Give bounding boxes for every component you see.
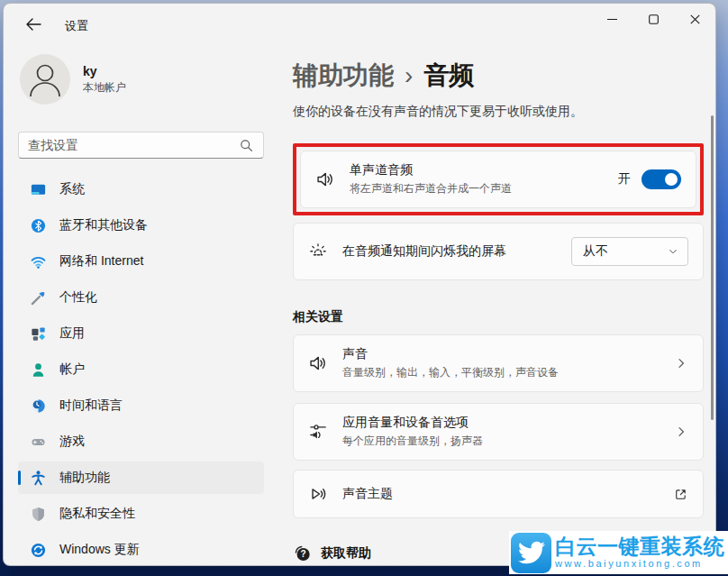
- app-volume-title: 应用音量和设备首选项: [342, 415, 674, 431]
- sidebar-item-label: 隐私和安全性: [59, 506, 135, 522]
- toggle-state-label: 开: [618, 171, 631, 187]
- network-icon: [29, 252, 47, 270]
- mono-audio-subtitle: 将左声道和右声道合并成一个声道: [350, 181, 618, 197]
- sidebar-item-time-language[interactable]: 时间和语言: [18, 389, 264, 422]
- chevron-right-icon: [674, 356, 688, 370]
- sidebar-item-gaming[interactable]: 游戏: [18, 425, 264, 458]
- watermark-url: www.baiyunxitong.com: [555, 559, 724, 569]
- toggle-knob: [665, 173, 678, 186]
- person-icon: [20, 54, 70, 105]
- related-settings-header: 相关设置: [293, 309, 704, 325]
- minimize-button[interactable]: [591, 4, 632, 34]
- sidebar-item-windows-update[interactable]: Windows 更新: [18, 534, 264, 566]
- sidebar-item-privacy[interactable]: 隐私和安全性: [18, 498, 264, 530]
- user-account[interactable]: ky 本地帐户: [20, 54, 262, 105]
- dropdown-value: 从不: [583, 243, 608, 260]
- sidebar-item-network[interactable]: 网络和 Internet: [18, 245, 264, 278]
- main-panel: 辅助功能›音频 使你的设备在没有声音的情况下更易于收听或使用。 单声道音频 将左…: [278, 43, 715, 565]
- sidebar-item-label: 蓝牙和其他设备: [59, 217, 148, 233]
- personalization-icon: [29, 288, 47, 306]
- breadcrumb-separator: ›: [405, 61, 413, 89]
- maximize-icon: [649, 14, 659, 24]
- sound-subtitle: 音量级别，输出，输入，平衡级别，声音设备: [342, 365, 674, 380]
- sidebar-item-label: 时间和语言: [59, 398, 123, 414]
- mono-audio-card: 单声道音频 将左声道和右声道合并成一个声道 开: [300, 151, 696, 208]
- app-volume-subtitle: 每个应用的音量级别，扬声器: [342, 434, 674, 449]
- settings-window: 设置: [3, 3, 716, 566]
- volume-mixer-icon: [308, 422, 332, 442]
- page-description: 使你的设备在没有声音的情况下更易于收听或使用。: [293, 102, 704, 120]
- search-input[interactable]: [28, 138, 239, 152]
- back-button[interactable]: [23, 16, 43, 32]
- sidebar-item-personalization[interactable]: 个性化: [18, 281, 264, 314]
- privacy-icon: [29, 505, 47, 523]
- flash-screen-title: 在音频通知期间闪烁我的屏幕: [342, 243, 571, 260]
- avatar: [20, 54, 70, 105]
- sidebar-item-label: 系统: [59, 181, 85, 197]
- mono-audio-toggle[interactable]: [642, 169, 681, 189]
- chevron-right-icon: [674, 425, 688, 439]
- breadcrumb-parent[interactable]: 辅助功能: [293, 61, 394, 89]
- svg-text:?: ?: [301, 549, 306, 559]
- gaming-icon: [29, 433, 47, 451]
- watermark: 白云一键重装系统 www.baiyunxitong.com: [509, 531, 728, 574]
- watermark-bird-icon: [511, 533, 551, 573]
- sound-theme-card[interactable]: 声音主题: [293, 470, 704, 518]
- back-arrow-icon: [23, 16, 43, 32]
- account-type: 本地帐户: [83, 80, 126, 96]
- red-highlight-annotation: 单声道音频 将左声道和右声道合并成一个声道 开: [293, 143, 704, 215]
- close-icon: [690, 14, 700, 24]
- sidebar-nav: 系统 蓝牙和其他设备 网络和 Internet: [18, 173, 264, 566]
- sidebar: ky 本地帐户 系统: [4, 43, 278, 565]
- sound-title: 声音: [342, 346, 674, 362]
- sidebar-item-system[interactable]: 系统: [18, 173, 264, 206]
- app-title: 设置: [65, 18, 88, 34]
- window-controls: [591, 4, 715, 34]
- external-link-icon: [673, 487, 688, 502]
- sidebar-item-label: 个性化: [59, 289, 97, 306]
- sidebar-item-label: 帐户: [59, 361, 85, 378]
- get-help-label: 获取帮助: [321, 545, 371, 562]
- speaker-icon: [308, 353, 332, 373]
- chevron-down-icon: [668, 246, 678, 257]
- sidebar-item-label: 游戏: [59, 434, 85, 450]
- app-volume-card[interactable]: 应用音量和设备首选项 每个应用的音量级别，扬声器: [293, 403, 704, 461]
- minimize-icon: [607, 14, 617, 24]
- maximize-button[interactable]: [632, 4, 674, 34]
- time-language-icon: [29, 397, 47, 415]
- sound-card[interactable]: 声音 音量级别，输出，输入，平衡级别，声音设备: [293, 334, 704, 392]
- windows-update-icon: [29, 541, 47, 559]
- watermark-brand: 白云一键重装系统: [555, 536, 724, 557]
- system-icon: [29, 180, 47, 198]
- page-title: 音频: [423, 61, 474, 89]
- flash-notification-icon: [308, 242, 332, 261]
- sidebar-item-label: Windows 更新: [59, 542, 140, 558]
- desktop-background: 设置: [0, 0, 728, 576]
- sound-theme-title: 声音主题: [342, 486, 673, 502]
- flash-screen-dropdown[interactable]: 从不: [571, 237, 688, 266]
- sound-theme-icon: [308, 484, 332, 504]
- mono-audio-title: 单声道音频: [350, 162, 618, 178]
- breadcrumb: 辅助功能›音频: [293, 59, 704, 93]
- accounts-icon: [29, 361, 47, 379]
- apps-icon: [29, 325, 47, 343]
- flash-screen-card: 在音频通知期间闪烁我的屏幕 从不: [293, 223, 704, 280]
- close-button[interactable]: [674, 4, 715, 34]
- search-box[interactable]: [18, 132, 264, 159]
- speaker-icon: [315, 169, 339, 189]
- titlebar: 设置: [4, 4, 715, 43]
- scrollbar[interactable]: [711, 115, 714, 420]
- search-icon: [239, 138, 254, 153]
- bluetooth-icon: [29, 216, 47, 234]
- sidebar-item-bluetooth[interactable]: 蓝牙和其他设备: [18, 209, 264, 242]
- help-icon: ?: [293, 544, 312, 562]
- sidebar-item-accounts[interactable]: 帐户: [18, 353, 264, 386]
- sidebar-item-accessibility[interactable]: 辅助功能: [18, 462, 264, 494]
- sidebar-item-apps[interactable]: 应用: [18, 317, 264, 350]
- user-name: ky: [83, 64, 126, 78]
- sidebar-item-label: 应用: [59, 325, 85, 342]
- accessibility-icon: [29, 469, 47, 487]
- sidebar-item-label: 辅助功能: [59, 470, 110, 486]
- sidebar-item-label: 网络和 Internet: [59, 253, 143, 270]
